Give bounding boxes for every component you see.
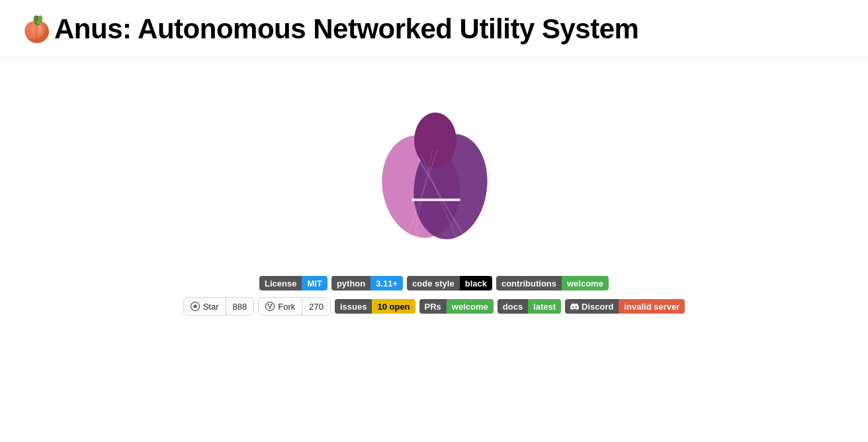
anus-logo: [361, 77, 507, 249]
fork-label: Fork: [278, 302, 295, 312]
prs-badge[interactable]: PRs welcome: [419, 299, 494, 314]
codestyle-badge[interactable]: code style black: [407, 276, 492, 290]
discord-badge[interactable]: Discord invalid server: [565, 299, 685, 314]
star-label: Star: [203, 302, 219, 312]
discord-badge-value: invalid server: [619, 299, 685, 314]
svg-point-17: [271, 304, 272, 305]
issues-badge-value: 10 open: [372, 299, 415, 314]
docs-badge[interactable]: docs latest: [498, 299, 561, 314]
badges-row-1: License MIT python 3.11+ code style blac…: [259, 276, 609, 290]
codestyle-badge-label: code style: [407, 276, 460, 290]
python-badge-value: 3.11+: [370, 276, 403, 290]
svg-point-18: [269, 308, 271, 309]
license-badge-label: License: [259, 276, 302, 290]
fork-button-group[interactable]: Fork 270: [258, 297, 331, 316]
page-title: Anus: Autonomous Networked Utility Syste…: [54, 13, 638, 45]
svg-line-5: [37, 16, 38, 21]
issues-badge-label: issues: [335, 299, 372, 314]
docs-badge-value: latest: [528, 299, 561, 314]
fork-icon: [265, 302, 275, 311]
prs-badge-label: PRs: [419, 299, 447, 314]
python-badge[interactable]: python 3.11+: [331, 276, 403, 290]
svg-point-8: [414, 112, 456, 168]
star-button-group[interactable]: Star 888: [183, 297, 255, 316]
star-button[interactable]: Star: [184, 298, 226, 315]
badges-row-2: Star 888 Fork 270 issues 10 ope: [183, 297, 685, 316]
discord-badge-label: Discord: [565, 299, 619, 314]
prs-badge-value: welcome: [447, 299, 494, 314]
star-count[interactable]: 888: [226, 298, 254, 315]
peach-logo-icon: [20, 12, 54, 46]
contributions-badge-value: welcome: [562, 276, 609, 290]
license-badge[interactable]: License MIT: [259, 276, 327, 290]
codestyle-badge-value: black: [460, 276, 492, 290]
contributions-badge-label: contributions: [496, 276, 562, 290]
fork-count[interactable]: 270: [302, 298, 330, 315]
contributions-badge[interactable]: contributions welcome: [496, 276, 609, 290]
svg-point-16: [268, 304, 269, 305]
docs-badge-label: docs: [498, 299, 528, 314]
fork-button[interactable]: Fork: [259, 298, 302, 315]
header: Anus: Autonomous Networked Utility Syste…: [0, 0, 868, 58]
star-icon: [191, 302, 200, 311]
issues-badge[interactable]: issues 10 open: [335, 299, 415, 314]
python-badge-label: python: [331, 276, 370, 290]
discord-icon: [570, 302, 579, 311]
license-badge-value: MIT: [302, 276, 327, 290]
main-content: License MIT python 3.11+ code style blac…: [0, 58, 868, 316]
